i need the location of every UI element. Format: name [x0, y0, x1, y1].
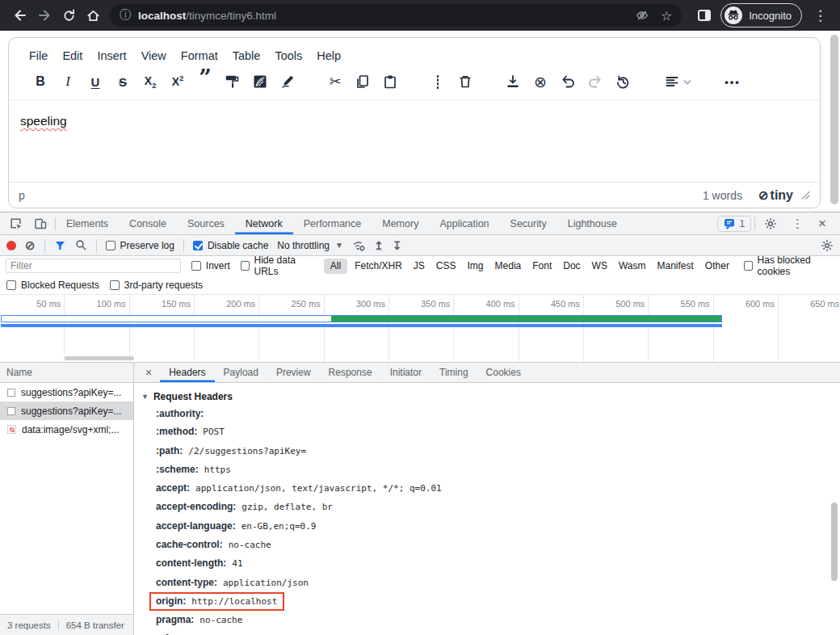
request-headers-section[interactable]: ▼ Request Headers: [141, 391, 840, 402]
blockquote-button[interactable]: ”: [191, 69, 219, 94]
bookmark-star-icon[interactable]: ☆: [661, 8, 672, 23]
more-options-button[interactable]: •••: [719, 69, 746, 94]
has-blocked-cookies-checkbox[interactable]: [744, 261, 753, 271]
copy-button[interactable]: [349, 69, 376, 94]
menu-edit[interactable]: Edit: [55, 46, 90, 65]
request-row[interactable]: suggestions?apiKey=...: [0, 402, 133, 420]
menu-view[interactable]: View: [134, 46, 174, 65]
menu-insert[interactable]: Insert: [90, 46, 133, 65]
disclosure-triangle-icon[interactable]: ▼: [141, 393, 149, 401]
tiny-logo[interactable]: ⊘tiny: [758, 188, 793, 203]
tab-elements[interactable]: Elements: [56, 212, 119, 234]
tab-application[interactable]: Application: [429, 212, 499, 234]
reload-button[interactable]: [57, 3, 81, 27]
export-button[interactable]: [499, 69, 527, 94]
redo-button[interactable]: [582, 69, 609, 94]
export-har-icon[interactable]: ↧: [393, 239, 402, 252]
paste-button[interactable]: [376, 69, 404, 94]
menu-file[interactable]: File: [22, 46, 55, 65]
filter-type-all[interactable]: All: [324, 259, 347, 274]
align-button[interactable]: [657, 69, 699, 94]
disable-cache-label[interactable]: Disable cache: [208, 240, 268, 251]
issues-counter[interactable]: 1: [717, 216, 751, 232]
detail-tab-payload[interactable]: Payload: [215, 363, 267, 382]
restore-draft-button[interactable]: [609, 69, 636, 94]
browser-menu-icon[interactable]: ⋮: [807, 7, 834, 24]
filter-type-doc[interactable]: Doc: [559, 259, 584, 274]
menu-help[interactable]: Help: [309, 46, 348, 65]
device-toolbar-icon[interactable]: [28, 217, 55, 230]
blocked-requests-label[interactable]: Blocked Requests: [21, 280, 99, 291]
tab-memory[interactable]: Memory: [372, 212, 429, 234]
throttling-select[interactable]: No throttling ▼: [277, 240, 343, 251]
close-details-icon[interactable]: ×: [137, 366, 160, 379]
bold-button[interactable]: B: [27, 69, 54, 94]
page-scrollbar[interactable]: [830, 35, 838, 204]
tab-lighthouse[interactable]: Lighthouse: [557, 212, 628, 234]
cut-button[interactable]: ✂: [321, 69, 349, 94]
import-har-icon[interactable]: ↥: [374, 239, 384, 252]
strikethrough-button[interactable]: S: [109, 69, 136, 94]
superscript-button[interactable]: X2: [164, 69, 191, 94]
request-row[interactable]: suggestions?apiKey=...: [0, 383, 133, 402]
editor-content[interactable]: speeling: [9, 99, 820, 182]
side-panel-icon[interactable]: [698, 10, 711, 21]
filter-type-img[interactable]: Img: [464, 259, 488, 274]
network-conditions-icon[interactable]: [352, 240, 365, 251]
filter-type-manifest[interactable]: Manifest: [653, 259, 698, 274]
filter-type-js[interactable]: JS: [410, 259, 429, 274]
clear-network-log-icon[interactable]: ⊘: [25, 238, 36, 253]
filter-toggle-icon[interactable]: [54, 240, 66, 251]
tab-network[interactable]: Network: [235, 212, 293, 234]
filter-type-css[interactable]: CSS: [432, 259, 460, 274]
devtools-menu-icon[interactable]: ⋮: [786, 217, 809, 231]
delete-button[interactable]: [452, 69, 479, 94]
element-path[interactable]: p: [19, 189, 25, 202]
address-bar[interactable]: ⓘ localhost/tinymce/tiny6.html ☆: [110, 4, 682, 27]
filter-type-wasm[interactable]: Wasm: [615, 259, 650, 274]
filter-type-media[interactable]: Media: [491, 259, 526, 274]
subscript-button[interactable]: X2: [136, 69, 164, 94]
detail-tab-preview[interactable]: Preview: [267, 363, 320, 382]
select-all-button[interactable]: [424, 69, 452, 94]
detail-tab-headers[interactable]: Headers: [160, 363, 214, 382]
filter-input[interactable]: [6, 259, 181, 273]
cancel-button[interactable]: ⊗: [527, 69, 554, 94]
permanent-pen-button[interactable]: [274, 69, 301, 94]
preserve-log-checkbox[interactable]: [106, 241, 116, 250]
network-settings-gear-icon[interactable]: [821, 239, 834, 252]
underline-button[interactable]: U: [82, 69, 109, 94]
hide-data-urls-label[interactable]: Hide data URLs: [254, 254, 313, 277]
word-count[interactable]: 1 words: [703, 189, 742, 202]
search-icon[interactable]: [75, 239, 87, 251]
blocked-requests-checkbox[interactable]: [6, 280, 16, 290]
preserve-log-label[interactable]: Preserve log: [120, 240, 174, 251]
filter-type-font[interactable]: Font: [528, 259, 556, 274]
invert-label[interactable]: Invert: [206, 260, 230, 271]
details-scrollbar[interactable]: [831, 503, 838, 581]
detail-tab-timing[interactable]: Timing: [430, 363, 477, 382]
third-party-cookies-blocked-icon[interactable]: [635, 8, 649, 23]
forward-button[interactable]: [32, 3, 57, 27]
has-blocked-cookies-label[interactable]: Has blocked cookies: [758, 254, 834, 277]
filter-type-fetch-xhr[interactable]: Fetch/XHR: [351, 259, 406, 274]
devtools-close-icon[interactable]: ×: [813, 216, 832, 232]
undo-button[interactable]: [554, 69, 582, 94]
request-row[interactable]: data:image/svg+xml;...: [0, 420, 133, 439]
tab-security[interactable]: Security: [500, 212, 557, 234]
menu-table[interactable]: Table: [225, 46, 268, 65]
format-painter-button[interactable]: [219, 69, 246, 94]
menu-tools[interactable]: Tools: [267, 46, 309, 65]
home-button[interactable]: [81, 3, 105, 27]
back-button[interactable]: [8, 3, 32, 27]
tab-console[interactable]: Console: [119, 212, 177, 234]
italic-button[interactable]: I: [54, 69, 82, 94]
devtools-settings-gear-icon[interactable]: [758, 217, 783, 230]
third-party-requests-checkbox[interactable]: [110, 280, 120, 290]
filter-type-ws[interactable]: WS: [588, 259, 611, 274]
image-frame-button[interactable]: [246, 69, 274, 94]
detail-tab-cookies[interactable]: Cookies: [477, 363, 530, 382]
third-party-requests-label[interactable]: 3rd-party requests: [124, 280, 203, 291]
hide-data-urls-checkbox[interactable]: [241, 261, 250, 271]
timeline-horizontal-scrollbar[interactable]: [65, 356, 134, 360]
